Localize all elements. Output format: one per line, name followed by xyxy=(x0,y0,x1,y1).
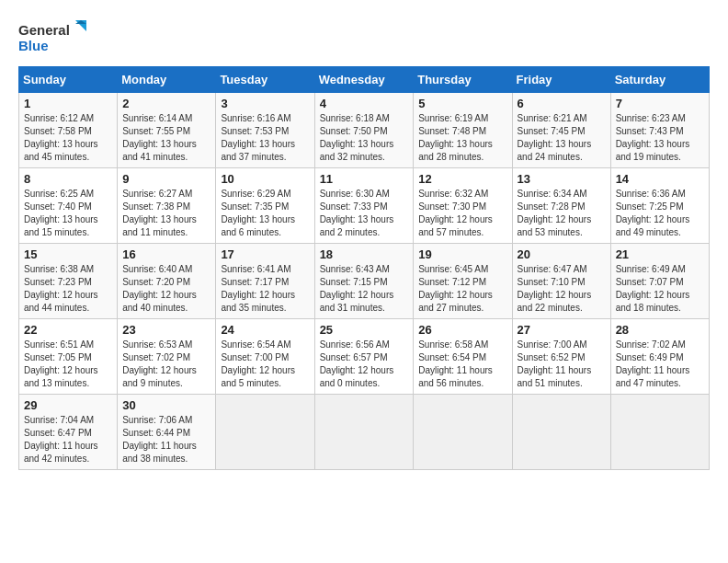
calendar-cell: 21Sunrise: 6:49 AMSunset: 7:07 PMDayligh… xyxy=(610,244,709,319)
day-number: 23 xyxy=(122,323,210,337)
calendar-cell xyxy=(414,395,512,470)
calendar-cell: 7Sunrise: 6:23 AMSunset: 7:43 PMDaylight… xyxy=(610,93,709,168)
calendar-cell xyxy=(216,395,314,470)
day-number: 30 xyxy=(122,398,210,412)
logo: General Blue xyxy=(18,18,92,57)
day-info: Sunrise: 6:58 AMSunset: 6:54 PMDaylight:… xyxy=(418,339,493,388)
calendar-cell: 23Sunrise: 6:53 AMSunset: 7:02 PMDayligh… xyxy=(118,319,216,395)
day-number: 17 xyxy=(221,247,309,261)
svg-text:Blue: Blue xyxy=(18,38,49,53)
day-info: Sunrise: 6:12 AMSunset: 7:58 PMDaylight:… xyxy=(24,113,98,162)
day-info: Sunrise: 6:30 AMSunset: 7:33 PMDaylight:… xyxy=(320,189,394,237)
weekday-header-friday: Friday xyxy=(512,67,610,93)
calendar-cell: 2Sunrise: 6:14 AMSunset: 7:55 PMDaylight… xyxy=(118,93,216,168)
page-header: General Blue xyxy=(18,18,710,57)
calendar-cell: 11Sunrise: 6:30 AMSunset: 7:33 PMDayligh… xyxy=(314,168,414,244)
day-number: 2 xyxy=(122,97,210,110)
weekday-header-tuesday: Tuesday xyxy=(216,67,314,93)
day-number: 18 xyxy=(320,247,409,261)
calendar-cell xyxy=(314,395,414,470)
day-number: 5 xyxy=(418,97,506,110)
day-number: 11 xyxy=(320,172,409,186)
day-number: 29 xyxy=(24,398,112,412)
svg-text:General: General xyxy=(18,22,70,38)
day-number: 26 xyxy=(418,323,506,337)
day-info: Sunrise: 6:21 AMSunset: 7:45 PMDaylight:… xyxy=(518,113,592,162)
calendar-week-1: 1Sunrise: 6:12 AMSunset: 7:58 PMDaylight… xyxy=(19,93,710,168)
day-number: 1 xyxy=(24,97,112,110)
calendar-cell: 29Sunrise: 7:04 AMSunset: 6:47 PMDayligh… xyxy=(19,395,118,470)
day-number: 28 xyxy=(616,323,704,337)
day-number: 9 xyxy=(122,172,210,186)
day-number: 20 xyxy=(518,247,606,261)
day-info: Sunrise: 6:36 AMSunset: 7:25 PMDaylight:… xyxy=(616,189,690,237)
day-info: Sunrise: 7:04 AMSunset: 6:47 PMDaylight:… xyxy=(24,415,98,464)
calendar-cell: 24Sunrise: 6:54 AMSunset: 7:00 PMDayligh… xyxy=(216,319,314,395)
calendar-cell: 18Sunrise: 6:43 AMSunset: 7:15 PMDayligh… xyxy=(314,244,414,319)
day-number: 24 xyxy=(221,323,309,337)
day-info: Sunrise: 6:56 AMSunset: 6:57 PMDaylight:… xyxy=(320,339,394,388)
calendar-week-2: 8Sunrise: 6:25 AMSunset: 7:40 PMDaylight… xyxy=(19,168,710,244)
day-number: 3 xyxy=(221,97,309,110)
calendar-cell: 1Sunrise: 6:12 AMSunset: 7:58 PMDaylight… xyxy=(19,93,118,168)
weekday-header-monday: Monday xyxy=(118,67,216,93)
day-number: 7 xyxy=(616,97,704,110)
day-number: 4 xyxy=(320,97,409,110)
day-info: Sunrise: 6:25 AMSunset: 7:40 PMDaylight:… xyxy=(24,189,98,237)
calendar-cell: 12Sunrise: 6:32 AMSunset: 7:30 PMDayligh… xyxy=(414,168,512,244)
day-number: 21 xyxy=(616,247,704,261)
day-number: 27 xyxy=(518,323,606,337)
day-number: 19 xyxy=(418,247,506,261)
calendar-cell: 26Sunrise: 6:58 AMSunset: 6:54 PMDayligh… xyxy=(414,319,512,395)
day-info: Sunrise: 6:38 AMSunset: 7:23 PMDaylight:… xyxy=(24,264,98,313)
day-info: Sunrise: 6:54 AMSunset: 7:00 PMDaylight:… xyxy=(221,339,295,388)
day-info: Sunrise: 6:27 AMSunset: 7:38 PMDaylight:… xyxy=(122,189,197,237)
weekday-header-sunday: Sunday xyxy=(19,67,118,93)
day-number: 13 xyxy=(518,172,606,186)
calendar-cell: 19Sunrise: 6:45 AMSunset: 7:12 PMDayligh… xyxy=(414,244,512,319)
weekday-header-wednesday: Wednesday xyxy=(314,67,414,93)
day-info: Sunrise: 6:47 AMSunset: 7:10 PMDaylight:… xyxy=(518,264,592,313)
day-number: 15 xyxy=(24,247,112,261)
day-info: Sunrise: 6:45 AMSunset: 7:12 PMDaylight:… xyxy=(418,264,493,313)
day-number: 14 xyxy=(616,172,704,186)
calendar-cell: 13Sunrise: 6:34 AMSunset: 7:28 PMDayligh… xyxy=(512,168,610,244)
day-info: Sunrise: 7:00 AMSunset: 6:52 PMDaylight:… xyxy=(518,339,592,388)
calendar-week-4: 22Sunrise: 6:51 AMSunset: 7:05 PMDayligh… xyxy=(19,319,710,395)
day-info: Sunrise: 6:14 AMSunset: 7:55 PMDaylight:… xyxy=(122,113,197,162)
day-number: 22 xyxy=(24,323,112,337)
day-info: Sunrise: 7:02 AMSunset: 6:49 PMDaylight:… xyxy=(616,339,690,388)
calendar-cell: 4Sunrise: 6:18 AMSunset: 7:50 PMDaylight… xyxy=(314,93,414,168)
calendar-week-5: 29Sunrise: 7:04 AMSunset: 6:47 PMDayligh… xyxy=(19,395,710,470)
calendar-cell: 6Sunrise: 6:21 AMSunset: 7:45 PMDaylight… xyxy=(512,93,610,168)
calendar-cell xyxy=(610,395,709,470)
calendar-cell: 9Sunrise: 6:27 AMSunset: 7:38 PMDaylight… xyxy=(118,168,216,244)
day-info: Sunrise: 6:53 AMSunset: 7:02 PMDaylight:… xyxy=(122,339,197,388)
calendar-cell: 3Sunrise: 6:16 AMSunset: 7:53 PMDaylight… xyxy=(216,93,314,168)
day-info: Sunrise: 7:06 AMSunset: 6:44 PMDaylight:… xyxy=(122,415,197,464)
day-number: 12 xyxy=(418,172,506,186)
day-info: Sunrise: 6:34 AMSunset: 7:28 PMDaylight:… xyxy=(518,189,592,237)
calendar-cell: 17Sunrise: 6:41 AMSunset: 7:17 PMDayligh… xyxy=(216,244,314,319)
day-info: Sunrise: 6:16 AMSunset: 7:53 PMDaylight:… xyxy=(221,113,295,162)
calendar-cell: 16Sunrise: 6:40 AMSunset: 7:20 PMDayligh… xyxy=(118,244,216,319)
calendar-cell: 10Sunrise: 6:29 AMSunset: 7:35 PMDayligh… xyxy=(216,168,314,244)
logo-svg: General Blue xyxy=(18,18,92,57)
day-info: Sunrise: 6:29 AMSunset: 7:35 PMDaylight:… xyxy=(221,189,295,237)
calendar-table: SundayMondayTuesdayWednesdayThursdayFrid… xyxy=(18,66,710,470)
weekday-header-row: SundayMondayTuesdayWednesdayThursdayFrid… xyxy=(19,67,710,93)
weekday-header-thursday: Thursday xyxy=(414,67,512,93)
day-info: Sunrise: 6:19 AMSunset: 7:48 PMDaylight:… xyxy=(418,113,493,162)
calendar-cell: 5Sunrise: 6:19 AMSunset: 7:48 PMDaylight… xyxy=(414,93,512,168)
day-number: 25 xyxy=(320,323,409,337)
day-info: Sunrise: 6:51 AMSunset: 7:05 PMDaylight:… xyxy=(24,339,98,388)
weekday-header-saturday: Saturday xyxy=(610,67,709,93)
calendar-cell: 20Sunrise: 6:47 AMSunset: 7:10 PMDayligh… xyxy=(512,244,610,319)
day-info: Sunrise: 6:43 AMSunset: 7:15 PMDaylight:… xyxy=(320,264,394,313)
day-info: Sunrise: 6:40 AMSunset: 7:20 PMDaylight:… xyxy=(122,264,197,313)
day-info: Sunrise: 6:41 AMSunset: 7:17 PMDaylight:… xyxy=(221,264,295,313)
day-number: 8 xyxy=(24,172,112,186)
calendar-cell: 30Sunrise: 7:06 AMSunset: 6:44 PMDayligh… xyxy=(118,395,216,470)
day-number: 10 xyxy=(221,172,309,186)
calendar-cell: 14Sunrise: 6:36 AMSunset: 7:25 PMDayligh… xyxy=(610,168,709,244)
